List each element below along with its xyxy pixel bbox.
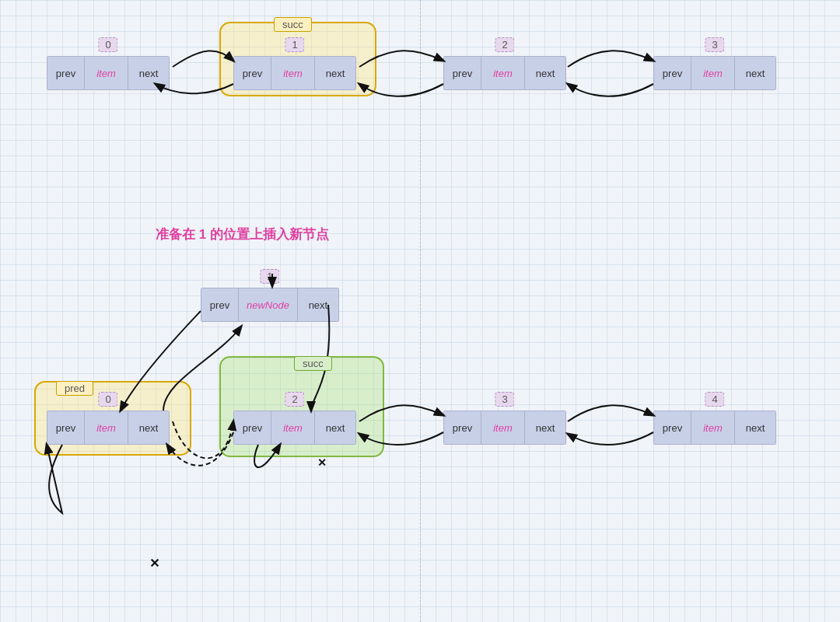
node-t3: prev item next bbox=[653, 56, 776, 90]
item-cell: item bbox=[271, 57, 315, 89]
svg-text:✕: ✕ bbox=[317, 456, 327, 469]
prev-cell: prev bbox=[47, 57, 85, 89]
prev-cell: prev bbox=[201, 288, 239, 321]
top-node-0: 0 prev item next bbox=[47, 56, 170, 90]
node-b0: prev item next bbox=[47, 411, 170, 445]
succ-label-top: succ bbox=[274, 17, 312, 32]
item-cell: item bbox=[85, 411, 128, 444]
node-newnode: prev newNode next bbox=[201, 288, 339, 322]
index-badge-1: 1 bbox=[285, 37, 304, 52]
prev-cell: prev bbox=[47, 411, 85, 444]
bottom-node-3: 3 prev item next bbox=[443, 411, 566, 445]
bottom-node-4: 4 prev item next bbox=[653, 411, 776, 445]
annotation-text: 准备在 1 的位置上插入新节点 bbox=[156, 225, 329, 243]
index-badge-b4: 4 bbox=[705, 392, 724, 407]
item-cell: item bbox=[691, 411, 735, 444]
svg-text:✕: ✕ bbox=[149, 557, 159, 570]
vertical-divider bbox=[420, 0, 421, 622]
prev-cell: prev bbox=[234, 57, 271, 89]
next-cell: next bbox=[735, 57, 775, 89]
item-cell: item bbox=[85, 57, 128, 89]
next-cell: next bbox=[128, 411, 169, 444]
node-t2: prev item next bbox=[443, 56, 566, 90]
index-badge-b0: 0 bbox=[98, 392, 117, 407]
next-cell: next bbox=[525, 411, 565, 444]
node-b3: prev item next bbox=[443, 411, 566, 445]
index-badge-b2: 2 bbox=[285, 392, 304, 407]
next-cell: next bbox=[315, 411, 355, 444]
prev-cell: prev bbox=[444, 57, 481, 89]
index-badge-b3: 3 bbox=[495, 392, 514, 407]
index-badge-0: 0 bbox=[98, 37, 117, 52]
prev-cell: prev bbox=[444, 411, 481, 444]
node-b2: prev item next bbox=[233, 411, 356, 445]
prev-cell: prev bbox=[654, 411, 691, 444]
new-node-wrapper: 1 prev newNode next bbox=[201, 288, 339, 322]
bottom-node-0: 0 prev item next bbox=[47, 411, 170, 445]
node-b4: prev item next bbox=[653, 411, 776, 445]
pred-label: pred bbox=[56, 381, 93, 396]
top-node-2: 2 prev item next bbox=[443, 56, 566, 90]
next-cell: next bbox=[298, 288, 338, 321]
prev-cell: prev bbox=[654, 57, 691, 89]
item-cell: item bbox=[481, 411, 525, 444]
next-cell: next bbox=[735, 411, 775, 444]
next-cell: next bbox=[315, 57, 355, 89]
next-cell: next bbox=[128, 57, 169, 89]
index-badge-nn: 1 bbox=[260, 269, 279, 284]
node-t1: prev item next bbox=[233, 56, 356, 90]
item-cell: item bbox=[481, 57, 525, 89]
index-badge-2: 2 bbox=[495, 37, 514, 52]
newnode-cell: newNode bbox=[239, 288, 298, 321]
top-node-3: 3 prev item next bbox=[653, 56, 776, 90]
prev-cell: prev bbox=[234, 411, 271, 444]
item-cell: item bbox=[271, 411, 315, 444]
next-cell: next bbox=[525, 57, 565, 89]
index-badge-3: 3 bbox=[705, 37, 724, 52]
top-node-1: 1 prev item next bbox=[233, 56, 356, 90]
succ-label-bottom: succ bbox=[294, 356, 332, 371]
bottom-node-2: 2 prev item next bbox=[233, 411, 356, 445]
node-t0: prev item next bbox=[47, 56, 170, 90]
item-cell: item bbox=[691, 57, 735, 89]
